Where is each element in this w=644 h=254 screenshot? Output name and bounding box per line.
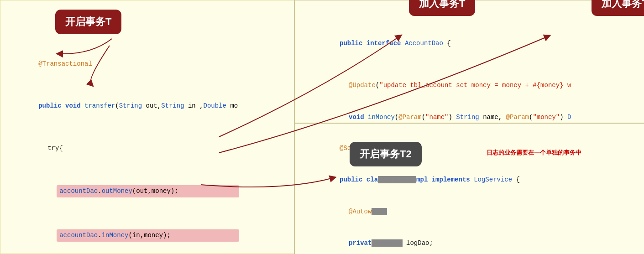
- code-class-sig: public classssssssssmpl implements LogSe…: [301, 164, 644, 196]
- code-out-money: accountDao.outMoney(out,money);: [8, 175, 287, 208]
- bubble-join-transaction-1: 加入事务T: [409, 0, 475, 16]
- code-transfer-sig: public void transfer(String out,String i…: [8, 90, 287, 122]
- code-interface-header: public interface AccountDao {: [301, 28, 644, 59]
- bubble-start-transaction-2: 开启事务T2: [350, 142, 422, 166]
- code-update-1: @Update("update tbl_account set money = …: [301, 70, 644, 101]
- code-blank-3: [8, 164, 287, 175]
- code-autowired: @Autowired: [301, 196, 644, 228]
- bubble-join-transaction-2: 加入事务T: [592, 0, 644, 16]
- code-blank-r1: [301, 59, 644, 70]
- red-note: 日志的业务需要在一个单独的事务中: [487, 149, 581, 157]
- code-try: try{: [8, 133, 287, 164]
- code-private-field: privateeeeeeee logDao;: [301, 228, 644, 254]
- left-panel: 开启事务T @Transactional public void transfe…: [0, 0, 294, 254]
- code-blank-5: [8, 252, 287, 254]
- code-transactional-left: @Transactional: [8, 48, 287, 80]
- code-blank-1: [8, 80, 287, 90]
- right-top-panel: 加入事务T 加入事务T public interface AccountDao …: [294, 0, 644, 123]
- code-blank-2: [8, 122, 287, 133]
- bubble-start-transaction: 开启事务T: [55, 10, 121, 34]
- main-container: 开启事务T @Transactional public void transfe…: [0, 0, 644, 254]
- right-panel: 加入事务T 加入事务T public interface AccountDao …: [294, 0, 644, 254]
- code-blank-4: [8, 208, 287, 218]
- right-bottom-panel: 开启事务T2 日志的业务需要在一个单独的事务中 @Service public …: [294, 123, 644, 254]
- code-in-money: accountDao.inMoney(in,money);: [8, 219, 287, 252]
